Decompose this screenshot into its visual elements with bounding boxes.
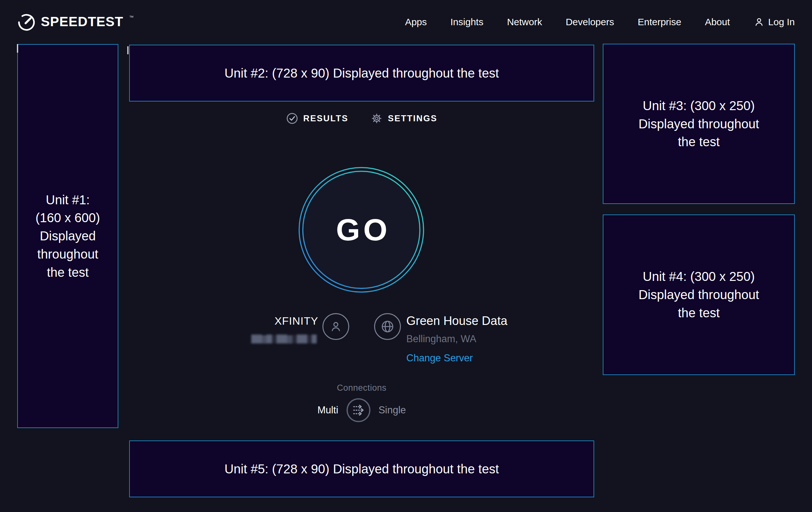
connections-toggle: Multi Single [129, 397, 594, 423]
connections-label: Connections [129, 383, 594, 393]
tab-results-label: RESULTS [303, 114, 349, 124]
globe-icon [380, 320, 395, 333]
logo-text: SPEEDTEST [41, 12, 123, 31]
speedtest-gauge-icon [17, 13, 36, 32]
view-tabs: RESULTS SETTINGS [129, 112, 594, 125]
user-icon [754, 17, 764, 27]
nav-item-insights[interactable]: Insights [450, 17, 483, 27]
nav-item-developers[interactable]: Developers [566, 17, 614, 27]
login-label: Log In [768, 17, 795, 27]
tab-settings[interactable]: SETTINGS [371, 112, 437, 125]
ad-unit-2-label: Unit #2: (728 x 90) Displayed throughout… [225, 64, 499, 82]
server-badge [374, 313, 401, 340]
logo-trademark: ™ [129, 15, 134, 20]
check-circle-icon [286, 112, 298, 125]
go-button[interactable]: GO [298, 167, 424, 293]
ad-unit-5-label: Unit #5: (728 x 90) Displayed throughout… [225, 460, 499, 478]
nav-item-enterprise[interactable]: Enterprise [638, 17, 681, 27]
header: SPEEDTEST ™ Apps Insights Network Develo… [0, 0, 812, 44]
connections-single-option[interactable]: Single [379, 404, 406, 416]
nav-item-apps[interactable]: Apps [405, 17, 427, 27]
server-location: Bellingham, WA [406, 333, 508, 345]
ip-address-redacted: ██▓█▒██▓▒██▒█ [250, 334, 317, 344]
ad-unit-1-label: Unit #1: (160 x 600) Displayed throughou… [33, 191, 102, 281]
ad-unit-2-banner-top[interactable]: Unit #2: (728 x 90) Displayed throughout… [129, 45, 594, 102]
ad-unit-3-label: Unit #3: (300 x 250) Displayed throughou… [632, 97, 766, 151]
iframe-scrollbar-artifact [127, 46, 128, 54]
server-name: Green House Data [406, 314, 508, 328]
ad-unit-4-rectangle[interactable]: Unit #4: (300 x 250) Displayed throughou… [603, 215, 795, 375]
iframe-scrollbar-artifact [17, 44, 18, 53]
logo[interactable]: SPEEDTEST ™ [17, 12, 134, 32]
main-nav: Apps Insights Network Developers Enterpr… [405, 17, 795, 27]
gear-icon [371, 112, 383, 125]
ad-unit-4-label: Unit #4: (300 x 250) Displayed throughou… [632, 268, 766, 322]
tab-results[interactable]: RESULTS [286, 112, 349, 125]
tab-settings-label: SETTINGS [388, 114, 437, 124]
ad-unit-3-rectangle[interactable]: Unit #3: (300 x 250) Displayed throughou… [603, 44, 795, 204]
isp-name: XFINITY [242, 315, 318, 327]
ad-unit-5-banner-bottom[interactable]: Unit #5: (728 x 90) Displayed throughout… [129, 440, 594, 497]
login-button[interactable]: Log In [754, 17, 795, 27]
multi-connections-icon[interactable] [346, 398, 371, 423]
change-server-link[interactable]: Change Server [406, 352, 473, 364]
connections-multi-option[interactable]: Multi [317, 404, 338, 416]
isp-badge [322, 313, 349, 340]
go-label: GO [298, 167, 424, 293]
nav-item-network[interactable]: Network [507, 17, 542, 27]
server-info: Green House Data Bellingham, WA Change S… [406, 314, 508, 364]
speedtest-page: SPEEDTEST ™ Apps Insights Network Develo… [0, 0, 812, 512]
person-icon [329, 320, 343, 333]
nav-item-about[interactable]: About [705, 17, 730, 27]
ad-unit-1-skyscraper[interactable]: Unit #1: (160 x 600) Displayed throughou… [17, 44, 118, 428]
